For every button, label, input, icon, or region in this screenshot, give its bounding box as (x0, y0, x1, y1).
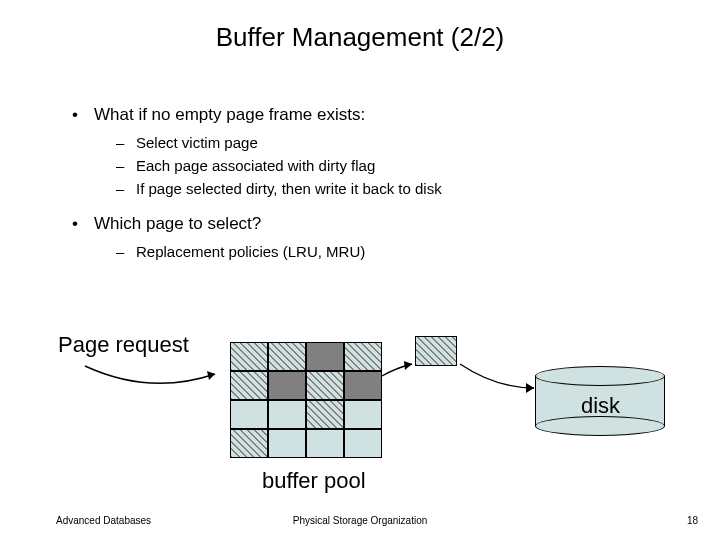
label-buffer-pool: buffer pool (262, 468, 366, 494)
slide-title: Buffer Management (2/2) (0, 22, 720, 53)
page-cell (268, 342, 306, 371)
page-cell (268, 429, 306, 458)
page-cell (344, 371, 382, 400)
buffer-pool-grid (230, 342, 382, 458)
bullet-policies: Replacement policies (LRU, MRU) (72, 242, 672, 262)
page-cell (230, 429, 268, 458)
page-cell (344, 342, 382, 371)
footer-center: Physical Storage Organization (0, 515, 720, 526)
label-disk: disk (581, 393, 620, 419)
page-cell (344, 429, 382, 458)
page-cell (230, 371, 268, 400)
footer-page-number: 18 (687, 515, 698, 526)
page-cell (268, 400, 306, 429)
page-cell (306, 429, 344, 458)
svg-marker-2 (526, 383, 534, 393)
label-page-request: Page request (58, 332, 189, 358)
content-area: What if no empty page frame exists: Sele… (72, 104, 672, 265)
page-cell (230, 400, 268, 429)
svg-marker-0 (207, 371, 215, 380)
page-cell (306, 371, 344, 400)
page-cell (306, 342, 344, 371)
arrow-page-to-disk (456, 358, 546, 398)
page-cell (268, 371, 306, 400)
bullet-which-page: Which page to select? (72, 213, 672, 236)
page-cell (230, 342, 268, 371)
page-cell (344, 400, 382, 429)
bullet-victim: Select victim page (72, 133, 672, 153)
svg-marker-1 (404, 361, 412, 370)
bullet-no-empty: What if no empty page frame exists: (72, 104, 672, 127)
arrow-request-to-buffer (80, 356, 240, 396)
arrow-buffer-to-page (378, 360, 428, 390)
bullet-dirty-flag: Each page associated with dirty flag (72, 156, 672, 176)
page-cell (306, 400, 344, 429)
bullet-write-back: If page selected dirty, then write it ba… (72, 179, 672, 199)
